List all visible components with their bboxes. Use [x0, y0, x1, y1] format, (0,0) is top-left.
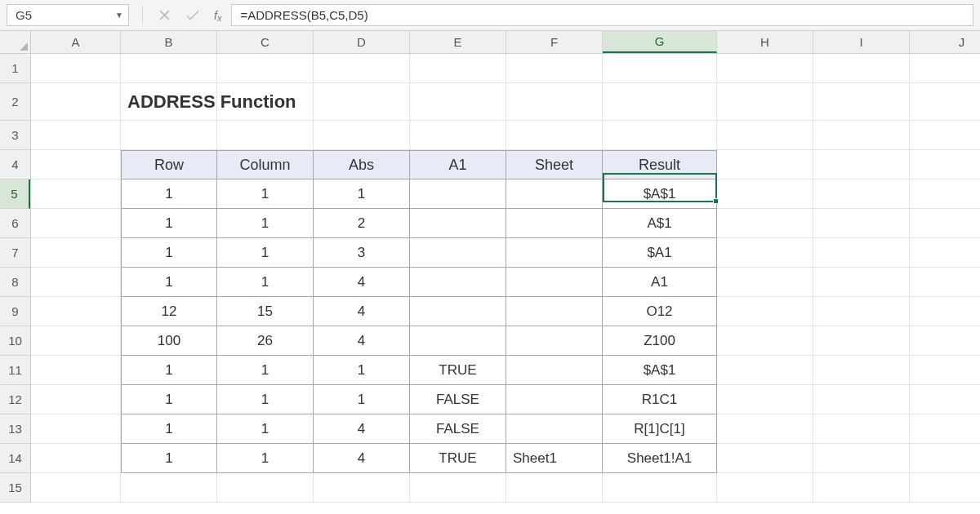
- cell[interactable]: 1: [314, 356, 410, 385]
- cell[interactable]: [506, 297, 603, 326]
- col-header: Column: [217, 150, 314, 179]
- cell[interactable]: 1: [121, 356, 217, 385]
- row-header[interactable]: 7: [0, 238, 30, 268]
- cell[interactable]: [410, 297, 506, 326]
- cell[interactable]: 1: [314, 179, 410, 209]
- cell[interactable]: Sheet1: [506, 444, 603, 473]
- cell[interactable]: 1: [121, 268, 217, 297]
- cell[interactable]: 1: [217, 268, 314, 297]
- worksheet: 1 2 3 4 5 6 7 8 9 10 11 12 13 14 15 A B …: [0, 31, 980, 514]
- cell[interactable]: 1: [217, 444, 314, 473]
- cell[interactable]: 4: [314, 297, 410, 326]
- name-box[interactable]: G5 ▼: [7, 4, 129, 26]
- cell[interactable]: $A$1: [603, 356, 717, 385]
- cell[interactable]: 1: [217, 414, 314, 444]
- cell[interactable]: $A$1: [603, 179, 717, 209]
- cell[interactable]: [506, 179, 603, 209]
- cell[interactable]: [506, 356, 603, 385]
- cell[interactable]: [410, 268, 506, 297]
- cell[interactable]: [410, 238, 506, 268]
- cell[interactable]: [506, 268, 603, 297]
- cell[interactable]: A1: [603, 268, 717, 297]
- cell[interactable]: 100: [121, 326, 217, 356]
- row-header[interactable]: 14: [0, 444, 30, 473]
- cell[interactable]: 1: [217, 238, 314, 268]
- cell[interactable]: A$1: [603, 209, 717, 238]
- cell[interactable]: 1: [121, 209, 217, 238]
- formula-bar: G5 ▼ fx =ADDRESS(B5,C5,D5): [0, 0, 980, 31]
- row-header[interactable]: 2: [0, 83, 30, 121]
- row-header[interactable]: 4: [0, 150, 30, 179]
- cancel-icon[interactable]: [159, 10, 170, 20]
- table-row: 111TRUE$A$1: [31, 356, 980, 385]
- cell[interactable]: TRUE: [410, 444, 506, 473]
- cell[interactable]: [506, 414, 603, 444]
- cell[interactable]: 1: [217, 179, 314, 209]
- grid[interactable]: A B C D E F G H I J ADDRESS Function: [31, 31, 980, 514]
- row-header[interactable]: 11: [0, 356, 30, 385]
- enter-icon[interactable]: [186, 10, 199, 20]
- cell[interactable]: 3: [314, 238, 410, 268]
- cell[interactable]: [410, 179, 506, 209]
- column-header[interactable]: E: [410, 31, 506, 53]
- cell[interactable]: [410, 209, 506, 238]
- cell[interactable]: FALSE: [410, 385, 506, 414]
- cell[interactable]: R[1]C[1]: [603, 414, 717, 444]
- chevron-down-icon[interactable]: ▼: [115, 11, 123, 20]
- column-header[interactable]: I: [813, 31, 910, 53]
- column-header[interactable]: H: [717, 31, 813, 53]
- cell[interactable]: TRUE: [410, 356, 506, 385]
- cell[interactable]: 4: [314, 444, 410, 473]
- row-header[interactable]: 10: [0, 326, 30, 356]
- cell[interactable]: $A1: [603, 238, 717, 268]
- cell[interactable]: [506, 238, 603, 268]
- cell[interactable]: 1: [121, 179, 217, 209]
- cell[interactable]: 12: [121, 297, 217, 326]
- column-header[interactable]: D: [314, 31, 410, 53]
- cell[interactable]: [506, 209, 603, 238]
- column-header[interactable]: A: [31, 31, 121, 53]
- cell[interactable]: 1: [217, 209, 314, 238]
- cell[interactable]: O12: [603, 297, 717, 326]
- column-header[interactable]: G: [603, 31, 717, 53]
- row-header[interactable]: 9: [0, 297, 30, 326]
- cell[interactable]: 1: [217, 356, 314, 385]
- row-header[interactable]: 3: [0, 121, 30, 150]
- row-header[interactable]: 5: [0, 179, 30, 209]
- formula-input[interactable]: =ADDRESS(B5,C5,D5): [231, 4, 973, 26]
- row-header[interactable]: 1: [0, 54, 30, 83]
- cell[interactable]: FALSE: [410, 414, 506, 444]
- column-header[interactable]: J: [910, 31, 980, 53]
- cell[interactable]: 1: [121, 238, 217, 268]
- row-header[interactable]: 6: [0, 209, 30, 238]
- row-header[interactable]: 13: [0, 414, 30, 444]
- row-header[interactable]: 12: [0, 385, 30, 414]
- cell[interactable]: 15: [217, 297, 314, 326]
- insert-function-button[interactable]: fx: [207, 0, 228, 30]
- column-header[interactable]: B: [121, 31, 217, 53]
- cell[interactable]: Sheet1!A1: [603, 444, 717, 473]
- cell[interactable]: 1: [121, 385, 217, 414]
- row-header[interactable]: 15: [0, 473, 30, 503]
- row-header[interactable]: 8: [0, 268, 30, 297]
- select-all-corner[interactable]: [0, 31, 31, 54]
- column-headers: A B C D E F G H I J: [31, 31, 980, 54]
- col-header: Result: [603, 150, 717, 179]
- cell[interactable]: 4: [314, 414, 410, 444]
- cell[interactable]: 4: [314, 268, 410, 297]
- cell[interactable]: 1: [217, 385, 314, 414]
- cell[interactable]: 2: [314, 209, 410, 238]
- cell[interactable]: 1: [121, 444, 217, 473]
- cell[interactable]: 4: [314, 326, 410, 356]
- cell[interactable]: 1: [121, 414, 217, 444]
- cell[interactable]: [506, 326, 603, 356]
- column-header[interactable]: C: [217, 31, 314, 53]
- col-header: Sheet: [506, 150, 603, 179]
- cell[interactable]: Z100: [603, 326, 717, 356]
- cell[interactable]: 26: [217, 326, 314, 356]
- cell[interactable]: 1: [314, 385, 410, 414]
- cell[interactable]: [410, 326, 506, 356]
- cell[interactable]: R1C1: [603, 385, 717, 414]
- column-header[interactable]: F: [506, 31, 603, 53]
- cell[interactable]: [506, 385, 603, 414]
